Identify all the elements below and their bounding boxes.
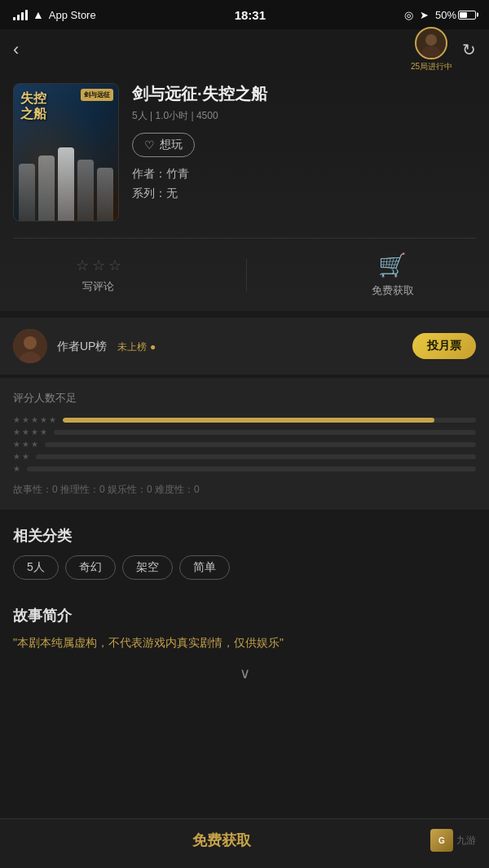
vote-button[interactable]: 投月票 bbox=[412, 333, 476, 359]
tag-simple[interactable]: 简单 bbox=[179, 555, 230, 580]
back-button[interactable]: ‹ bbox=[13, 39, 19, 60]
rating-bar-4: ★★★★ bbox=[13, 427, 476, 436]
battery-fill bbox=[460, 12, 467, 18]
battery-indicator: 50% bbox=[435, 9, 476, 21]
game-title: 剑与远征·失控之船 bbox=[132, 83, 476, 104]
cover-text: 失控之船 bbox=[20, 90, 46, 121]
wish-button[interactable]: ♡ 想玩 bbox=[132, 133, 195, 157]
rank-title: 作者UP榜 bbox=[57, 340, 107, 353]
rating-bar-3: ★★★ bbox=[13, 440, 476, 449]
game-series: 系列：无 bbox=[132, 186, 476, 201]
battery-bar bbox=[458, 11, 476, 20]
bottom-logo: G 九游 bbox=[430, 829, 476, 852]
hero-content: 失控之船 剑与远征 剑与远征·失控之船 5人 | 1.0小时 | 4500 ♡ … bbox=[13, 83, 476, 221]
logo-icon: G bbox=[430, 829, 453, 852]
tag-5people[interactable]: 5人 bbox=[13, 555, 59, 580]
heart-icon: ♡ bbox=[144, 138, 155, 151]
status-right: ◎ ➤ 50% bbox=[404, 9, 476, 21]
signal-bars-icon bbox=[13, 10, 28, 20]
bar-track-4 bbox=[54, 430, 476, 435]
header-nav: ‹ 25局进行中 ↻ bbox=[0, 29, 489, 70]
star-3: ☆ bbox=[108, 256, 121, 274]
cart-icon: 🛒 bbox=[378, 252, 407, 278]
svg-point-1 bbox=[425, 34, 437, 46]
category-section: 相关分类 5人 奇幻 架空 简单 bbox=[0, 513, 489, 593]
rating-bar-5: ★★★★★ bbox=[13, 415, 476, 424]
rank-dot: ● bbox=[150, 341, 156, 353]
app-store-label: App Store bbox=[49, 9, 96, 21]
rating-insufficient: 评分人数不足 bbox=[13, 391, 476, 406]
refresh-button[interactable]: ↻ bbox=[462, 40, 476, 59]
get-free-label: 免费获取 bbox=[372, 283, 414, 298]
header-right: 25局进行中 ↻ bbox=[411, 27, 476, 72]
write-review-action[interactable]: ☆ ☆ ☆ 写评论 bbox=[76, 256, 121, 294]
rank-status: 未上榜 bbox=[117, 340, 147, 354]
wish-label: 想玩 bbox=[160, 138, 183, 152]
bottom-bar: 免费获取 G 九游 bbox=[0, 818, 489, 868]
cover-figures bbox=[14, 139, 118, 221]
bar-stars-4: ★★★★ bbox=[13, 427, 47, 436]
game-meta: 5人 | 1.0小时 | 4500 bbox=[132, 109, 476, 123]
avatar-circle bbox=[415, 27, 447, 59]
action-divider bbox=[246, 259, 247, 292]
game-cover: 失控之船 剑与远征 bbox=[13, 83, 119, 221]
bar-stars-1: ★ bbox=[13, 464, 20, 473]
bar-track-3 bbox=[45, 442, 476, 447]
game-info: 剑与远征·失控之船 5人 | 1.0小时 | 4500 ♡ 想玩 作者：竹青 系… bbox=[132, 83, 476, 221]
star-2: ☆ bbox=[92, 256, 105, 274]
action-row: ☆ ☆ ☆ 写评论 🛒 免费获取 bbox=[13, 238, 476, 298]
rank-badge: 未上榜 ● bbox=[117, 340, 156, 354]
brand-badge: 剑与远征 bbox=[81, 89, 113, 101]
category-title: 相关分类 bbox=[13, 526, 476, 546]
rating-stats: 故事性：0 推理性：0 娱乐性：0 难度性：0 bbox=[13, 483, 476, 497]
bar-stars-3: ★★★ bbox=[13, 440, 38, 449]
bar-track-1 bbox=[27, 467, 476, 471]
tag-alternate[interactable]: 架空 bbox=[122, 555, 173, 580]
battery-percent: 50% bbox=[435, 9, 456, 21]
story-text: "本剧本纯属虚构，不代表游戏内真实剧情，仅供娱乐" bbox=[13, 633, 476, 651]
author-avatar bbox=[13, 329, 47, 363]
svg-point-4 bbox=[24, 336, 37, 349]
category-tags: 5人 奇幻 架空 简单 bbox=[13, 555, 476, 580]
author-rank-info: 作者UP榜 未上榜 ● bbox=[57, 339, 403, 354]
avatar-badge[interactable]: 25局进行中 bbox=[411, 27, 452, 72]
get-free-action[interactable]: 🛒 免费获取 bbox=[372, 252, 414, 298]
bar-track-5 bbox=[63, 418, 476, 423]
rating-bar-1: ★ bbox=[13, 464, 476, 473]
bar-stars-5: ★★★★★ bbox=[13, 415, 56, 424]
status-time: 18:31 bbox=[235, 8, 266, 22]
story-section: 故事简介 "本剧本纯属虚构，不代表游戏内真实剧情，仅供娱乐" ∨ bbox=[0, 593, 489, 702]
write-review-label: 写评论 bbox=[82, 279, 114, 294]
rating-section: 评分人数不足 ★★★★★ ★★★★ ★★★ bbox=[0, 378, 489, 510]
rating-bars: ★★★★★ ★★★★ ★★★ ★★ bbox=[13, 415, 476, 473]
logo-text: 九游 bbox=[456, 834, 476, 848]
bar-track-2 bbox=[36, 454, 476, 459]
bar-stars-2: ★★ bbox=[13, 452, 29, 461]
author-section: 作者UP榜 未上榜 ● 投月票 bbox=[0, 318, 489, 375]
bottom-free-button[interactable]: 免费获取 bbox=[13, 831, 430, 850]
game-author: 作者：竹青 bbox=[132, 167, 476, 182]
direction-icon: ➤ bbox=[420, 9, 429, 21]
star-1: ☆ bbox=[76, 256, 89, 274]
story-title: 故事简介 bbox=[13, 606, 476, 625]
expand-button[interactable]: ∨ bbox=[13, 651, 476, 689]
star-row: ☆ ☆ ☆ bbox=[76, 256, 121, 274]
wifi-icon: ▲ bbox=[33, 8, 44, 21]
location-icon: ◎ bbox=[404, 9, 413, 21]
bar-fill-5 bbox=[63, 418, 434, 423]
status-bar: ▲ App Store 18:31 ◎ ➤ 50% bbox=[0, 0, 489, 29]
rating-bar-2: ★★ bbox=[13, 452, 476, 461]
hero-section: 失控之船 剑与远征 剑与远征·失控之船 5人 | 1.0小时 | 4500 ♡ … bbox=[0, 70, 489, 311]
tag-fantasy[interactable]: 奇幻 bbox=[65, 555, 116, 580]
status-left: ▲ App Store bbox=[13, 8, 96, 21]
